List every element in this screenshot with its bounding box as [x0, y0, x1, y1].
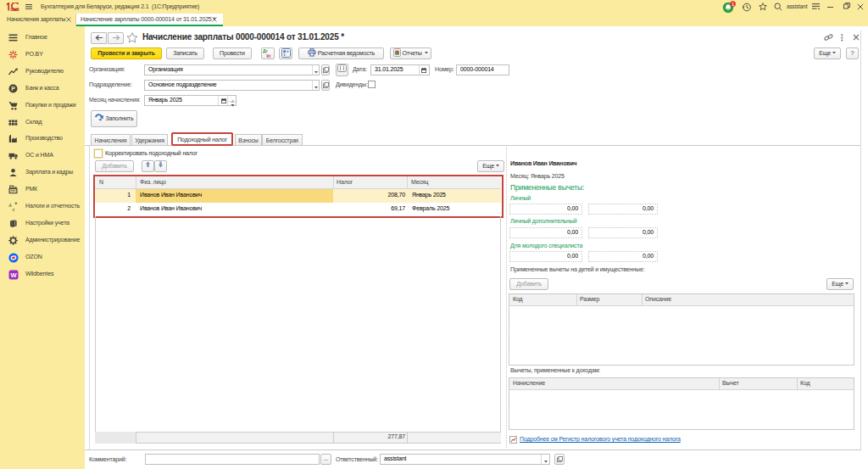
svg-text:A: A — [8, 203, 12, 208]
svg-text:x: x — [12, 207, 15, 212]
svg-text:Кт: Кт — [267, 53, 272, 59]
svg-text:W: W — [11, 271, 18, 279]
svg-text:P: P — [11, 86, 15, 92]
